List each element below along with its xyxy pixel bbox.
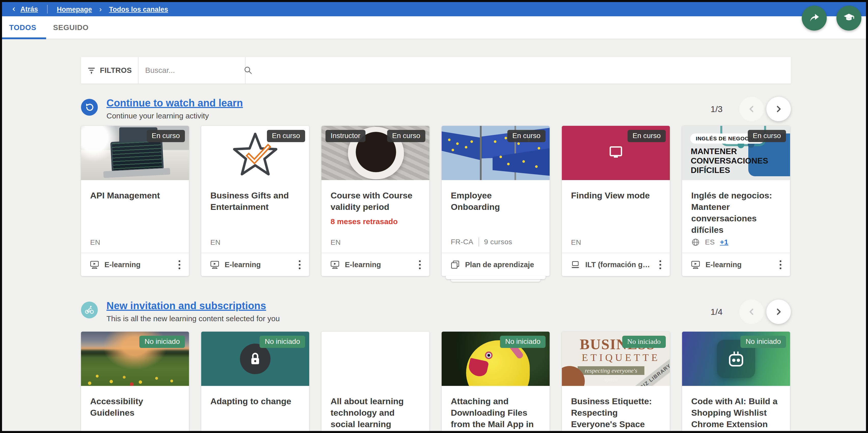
course-card[interactable]: BUSINESS ETIQUETTE respecting everyone's… [562, 332, 670, 433]
card-title: All about learning technology and social… [331, 396, 420, 430]
course-type-label: ILT (formación guiada... [585, 260, 652, 269]
filters-button[interactable]: FILTROS [81, 57, 138, 84]
course-type-label: Plan de aprendizaje [465, 260, 534, 269]
card-title: Employee Onboarding [451, 190, 540, 213]
decorative-laptop [110, 139, 164, 172]
course-card[interactable]: No iniciado Attaching and Downloading Fi… [442, 332, 550, 433]
search-icon[interactable] [244, 66, 253, 75]
course-thumbnail-meadow-photo: No iniciado [81, 332, 189, 386]
card-footer: E-learning [321, 253, 429, 276]
course-card[interactable]: No iniciado Code with AI: Build a Shoppi… [682, 332, 790, 433]
language-more-link[interactable]: +1 [720, 238, 728, 246]
lock-icon [248, 352, 262, 366]
poster-tagline: respecting everyone's space [578, 366, 644, 375]
language-label: EN [331, 239, 341, 247]
status-badge: En curso [387, 130, 426, 142]
learning-actions-button[interactable] [836, 6, 861, 31]
card-footer: Plan de aprendizaje [442, 253, 550, 276]
course-thumbnail-blank [321, 332, 429, 386]
share-icon [808, 12, 820, 24]
carousel-next-button[interactable] [766, 300, 791, 324]
card-title: Business Etiquette: Respecting Everyone'… [571, 396, 661, 430]
card-menu-button[interactable] [177, 258, 182, 271]
history-icon [81, 99, 98, 116]
elearning-icon [691, 260, 701, 270]
course-card[interactable]: INGLÉS DE NEGOCIOS MANTENER CONVERSACION… [682, 126, 790, 276]
card-title: Accessibility Guidelines [90, 396, 180, 419]
section-subtitle: This is all the new learning content sel… [106, 314, 280, 323]
breadcrumb-separator-icon: › [99, 5, 102, 13]
instructor-badge: Instructor [326, 130, 366, 142]
topbar-divider [47, 5, 48, 13]
course-thumbnail-robot-gradient: No iniciado [682, 332, 790, 386]
search-input[interactable] [145, 66, 244, 74]
bicycle-icon [81, 302, 98, 318]
status-badge: En curso [147, 130, 185, 142]
course-card[interactable]: Instructor En curso Course with Course v… [321, 126, 429, 276]
playlist-card[interactable]: All about learning technology and social… [321, 332, 429, 433]
card-menu-button[interactable] [417, 258, 423, 271]
course-thumbnail-star-doodle: En curso [201, 126, 309, 180]
chevron-left-icon [11, 6, 17, 12]
course-card[interactable]: En curso API Management EN E-learning [81, 126, 189, 276]
section-title-link[interactable]: Continue to watch and learn [106, 97, 243, 109]
breadcrumb-current-link[interactable]: Todos los canales [109, 6, 168, 13]
card-title: Attaching and Downloading Files from the… [451, 396, 540, 433]
ilt-laptop-icon [570, 260, 580, 270]
chevron-right-icon [774, 105, 783, 113]
page-indicator: 1/3 [711, 104, 722, 114]
language-row: ES +1 [691, 238, 781, 247]
course-thumbnail-parrot-photo: No iniciado [442, 332, 550, 386]
carousel-next-button[interactable] [766, 97, 791, 121]
card-title: Course with Course validity period [331, 190, 420, 213]
status-badge: En curso [627, 130, 666, 142]
status-badge: No iniciado [740, 336, 786, 348]
status-badge: No iniciado [139, 336, 185, 348]
filter-icon [87, 66, 96, 74]
section-continue-header: Continue to watch and learn Continue you… [81, 97, 791, 121]
status-badge: En curso [507, 130, 546, 142]
course-count-label: 9 cursos [484, 238, 513, 246]
channel-tabs: TODOS SEGUIDO [2, 16, 866, 39]
course-card[interactable]: No iniciado Adapting to change [201, 332, 309, 433]
carousel-prev-button[interactable] [739, 300, 764, 324]
page-content: FILTROS Continue to watch and learn Cont… [81, 57, 791, 433]
search-box [138, 57, 246, 84]
breadcrumb-homepage-link[interactable]: Homepage [57, 6, 92, 13]
course-card[interactable]: No iniciado Accessibility Guidelines [81, 332, 189, 433]
tab-todos[interactable]: TODOS [2, 16, 46, 39]
channel-page: { "colors": { "topbar_blue": "#2B6AC6", … [0, 0, 868, 433]
chevron-left-icon [747, 307, 756, 316]
carousel-prev-button[interactable] [739, 97, 764, 121]
laptop-icon [606, 144, 625, 163]
lock-circle [240, 344, 271, 374]
section-title-link[interactable]: New invitation and subscriptions [106, 300, 266, 312]
card-title: Business Gifts and Entertainment [210, 190, 300, 213]
stacked-deck-layer [446, 276, 546, 279]
learning-plan-card[interactable]: En curso Employee Onboarding FR-CA 9 cur… [442, 126, 550, 276]
status-badge: No iniciado [622, 336, 666, 348]
share-button[interactable] [802, 6, 827, 31]
card-title: Adapting to change [210, 396, 300, 407]
course-type-label: E-learning [104, 260, 141, 269]
card-title: Code with AI: Build a Shopping Wishlist … [691, 396, 781, 433]
banner-heading: MANTENER CONVERSACIONES DIFÍCILES [691, 147, 757, 175]
card-menu-button[interactable] [778, 258, 783, 271]
language-row: EN [571, 239, 661, 247]
back-button[interactable]: Atrás [11, 5, 38, 13]
card-menu-button[interactable] [297, 258, 303, 271]
card-menu-button[interactable] [657, 258, 663, 271]
card-footer: E-learning [201, 253, 309, 276]
course-type-label: E-learning [225, 260, 261, 269]
course-card[interactable]: En curso Finding View mode EN ILT (forma… [562, 126, 670, 276]
language-label: EN [90, 239, 100, 247]
elearning-icon [330, 260, 340, 270]
language-label: ES [705, 238, 715, 246]
status-badge: No iniciado [500, 336, 546, 348]
carousel-pagination: 1/4 [711, 300, 791, 324]
course-card[interactable]: En curso Business Gifts and Entertainmen… [201, 126, 309, 276]
card-title: Inglés de negocios: Mantener conversacio… [691, 190, 781, 236]
language-label: FR-CA [451, 238, 473, 246]
tab-seguido[interactable]: SEGUIDO [46, 16, 98, 39]
card-footer: E-learning [81, 253, 189, 276]
